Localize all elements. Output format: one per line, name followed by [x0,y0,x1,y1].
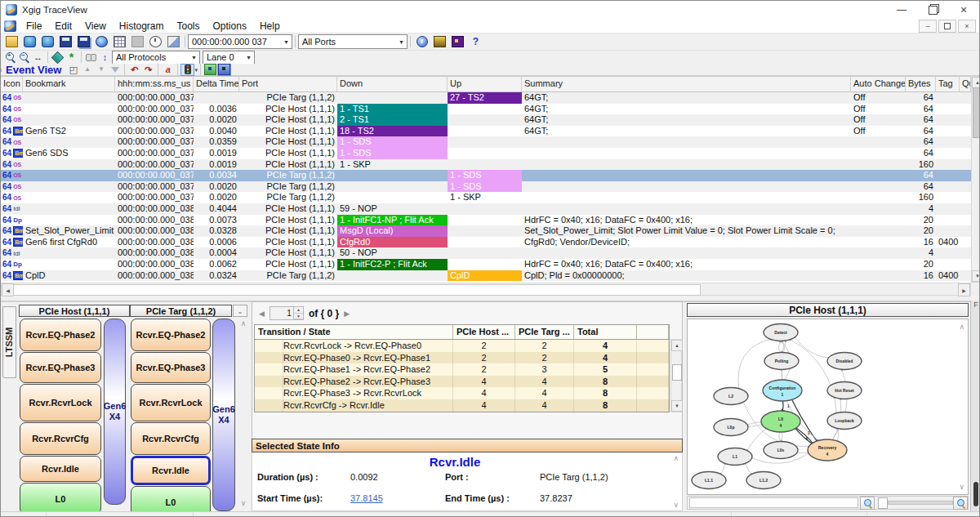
column-header-summary[interactable]: Summary [522,77,851,91]
time-combo[interactable]: 000:00:00.000 037 ▼ [188,34,292,49]
nav-prev-icon[interactable]: ◀ [259,310,265,318]
column-header-bytes[interactable]: Bytes [906,77,936,91]
diagram-scroll-down-icon[interactable]: ∨ [959,483,964,491]
scroll-left-icon[interactable]: ◀ [2,283,14,296]
table-row[interactable]: 64BmGen6 first CfgRd0000:00:00.000_0380.… [1,237,971,248]
column-header-auto-change[interactable]: Auto Change [851,77,906,91]
menu-options[interactable]: Options [207,19,253,33]
ltssm-state-rcvr-idle[interactable]: Rcvr.Idle [20,456,101,482]
protocol-bar-up[interactable]: CplD [448,270,522,282]
select-cursor-icon[interactable]: ◰ [66,64,80,76]
state-node-l1.1[interactable]: L1.1 [692,472,726,489]
image-icon[interactable] [431,34,448,50]
menu-tools[interactable]: Tools [171,19,207,33]
protocol-bar-up[interactable]: 1 - SDS [448,181,522,193]
transition-row[interactable]: Rcvr.RcvrCfg -> Rcvr.Idle448 [255,399,669,412]
menu-help[interactable]: Help [253,19,287,33]
table-row[interactable]: 64OS000:00:00.000_0370.0034PCIe Targ (1,… [1,170,971,181]
transition-col-total[interactable]: Total [574,325,637,339]
event-table-vscrollbar[interactable]: ▲ ▼ [971,76,980,283]
scroll-down-icon[interactable]: ▼ [972,270,980,282]
table-row[interactable]: 64BmSet_Slot_Power_Limit000:00:00.000_03… [1,225,971,237]
diagram-hscroll-track[interactable] [689,497,858,508]
ltssm-state-rcvr-eq-phase3[interactable]: Rcvr.EQ-Phase3 [20,352,101,383]
protocol-bar-up[interactable]: 1 - SDS [448,170,522,181]
table-row[interactable]: 64OS000:00:00.000_0370.0036PCIe Host (1,… [1,104,971,115]
ltssm-state-rcvr-eq-phase2[interactable]: Rcvr.EQ-Phase2 [20,319,101,351]
save-icon[interactable] [57,34,74,50]
scroll-thumb[interactable] [672,364,682,381]
prev-event-icon[interactable]: ▲ [80,64,94,76]
state-node-polling[interactable]: Polling [764,353,799,370]
zoom-out-icon[interactable] [860,497,875,510]
protocol-bar-down[interactable]: 1 - InitFC1-NP ; Flit Ack [337,215,448,226]
ltssm-state-rcvr-rcvrlock[interactable]: Rcvr.RcvrLock [131,384,211,421]
column-header-port[interactable]: Port [239,77,337,91]
help-icon[interactable]: ? [467,34,484,50]
column-header-delta-time[interactable]: Delta Time [194,77,239,91]
protocol-bar-down[interactable]: 1 - SDS [337,148,448,159]
protocol-bar-down[interactable]: 1 - SDS [337,136,448,148]
info-scroll-down-icon[interactable]: ∨ [673,501,679,509]
menu-edit[interactable]: Edit [48,19,78,33]
ltssm-state-rcvr-rcvrcfg[interactable]: Rcvr.RcvrCfg [131,422,211,455]
annotation-icon[interactable]: a [161,64,175,76]
state-node-configuration[interactable]: Configuration1 [763,380,802,401]
lane-combo[interactable]: Lane 0 ▼ [203,51,255,65]
state-node-loopback[interactable]: Loopback [827,412,862,430]
state-node-disabled[interactable]: Disabled [827,353,862,370]
state-node-detect[interactable]: Detect [764,324,798,341]
ltssm-targ-header[interactable]: PCIe Targ (1,1,2) [130,305,232,317]
state-node-l0s[interactable]: L0s [764,442,798,459]
zoom-slider-track[interactable] [888,501,953,505]
table-row[interactable]: 64OS000:00:00.000_037PCIe Targ (1,1,2)27… [1,92,971,104]
state-node-hotreset[interactable]: Hot Reset [827,382,862,399]
menu-histogram[interactable]: Histogram [113,19,171,33]
ltssm-state-rcvr-idle[interactable]: Rcvr.Idle [131,456,211,485]
protocol-bar-up[interactable]: 27 - TS2 [448,92,522,104]
table-row[interactable]: 64Dp000:00:00.000_0380.0062PCIe Host (1,… [1,259,971,270]
ltssm-scroll-down-icon[interactable]: ∨ [238,499,249,507]
nav-next-icon[interactable]: ▶ [344,310,350,318]
collapse-groups-icon[interactable] [217,64,231,76]
zoom-out-icon[interactable] [17,51,31,64]
transition-col-pcie-targ-[interactable]: PCIe Targ ... [515,325,574,339]
table-row[interactable]: 64BmGen6 TS2000:00:00.000_0370.0040PCIe … [1,126,971,137]
column-header-up[interactable]: Up [448,77,522,91]
snapshot-icon[interactable] [165,34,182,50]
transition-col-pcie-host-[interactable]: PCIe Host ... [453,325,515,339]
state-node-l2[interactable]: L2 [714,388,748,405]
timer-icon[interactable] [147,34,164,50]
scroll-up-icon[interactable]: ▲ [972,77,980,88]
table-row[interactable]: 64OS000:00:00.000_0370.0020PCIe Host (1,… [1,114,971,126]
close-button[interactable]: × [948,1,979,19]
sync-icon[interactable]: ↕ [98,51,112,64]
mdi-restore-button[interactable] [938,20,956,33]
column-header-hhh-mm-ss-ms-us[interactable]: hhh:mm:ss.ms_us [115,77,194,91]
chevron-down-icon[interactable]: ▼ [396,35,407,48]
state-node-l1[interactable]: L1 [718,448,752,466]
side-scroll-thumb[interactable] [973,482,978,506]
ports-combo[interactable]: All Ports ▼ [298,34,408,49]
event-table-hscrollbar[interactable]: ◀ ▶ [1,283,971,296]
mdi-minimize-button[interactable]: – [919,20,937,33]
column-header-icon[interactable]: Icon [1,77,23,91]
ltssm-state-rcvr-rcvrcfg[interactable]: Rcvr.RcvrCfg [20,422,101,455]
vscroll-thumb[interactable] [973,87,980,138]
ltssm-header-dropdown[interactable]: ⌄ [233,305,247,317]
info-icon[interactable]: i [413,34,430,50]
chevron-down-icon[interactable]: ▾ [194,67,198,73]
transition-row[interactable]: Rcvr.EQ-Phase1 -> Rcvr.EQ-Phase2235 [255,363,669,376]
transition-row[interactable]: Rcvr.EQ-Phase3 -> Rcvr.RcvrLock448 [255,387,669,399]
protocol-bar-down[interactable]: CfgRd0 [337,237,448,248]
zoom-in-icon[interactable] [953,497,968,510]
scroll-down-icon[interactable]: ▼ [671,400,683,412]
transition-row[interactable]: Rcvr.EQ-Phase2 -> Rcvr.EQ-Phase3448 [255,376,669,388]
ltssm-state-rcvr-eq-phase3[interactable]: Rcvr.EQ-Phase3 [131,352,211,383]
column-header-qu[interactable]: Qu [960,77,971,91]
transition-row[interactable]: Rcvr.RcvrLock -> Rcvr.EQ-Phase0224 [255,340,669,352]
ltssm-host-header[interactable]: PCIe Host (1,1,1) [19,305,130,317]
ltssm-tab[interactable]: LTSSM [2,306,16,378]
protocol-bar-down[interactable]: 2 - TS1 [337,114,448,126]
column-header-tag[interactable]: Tag [936,77,960,91]
